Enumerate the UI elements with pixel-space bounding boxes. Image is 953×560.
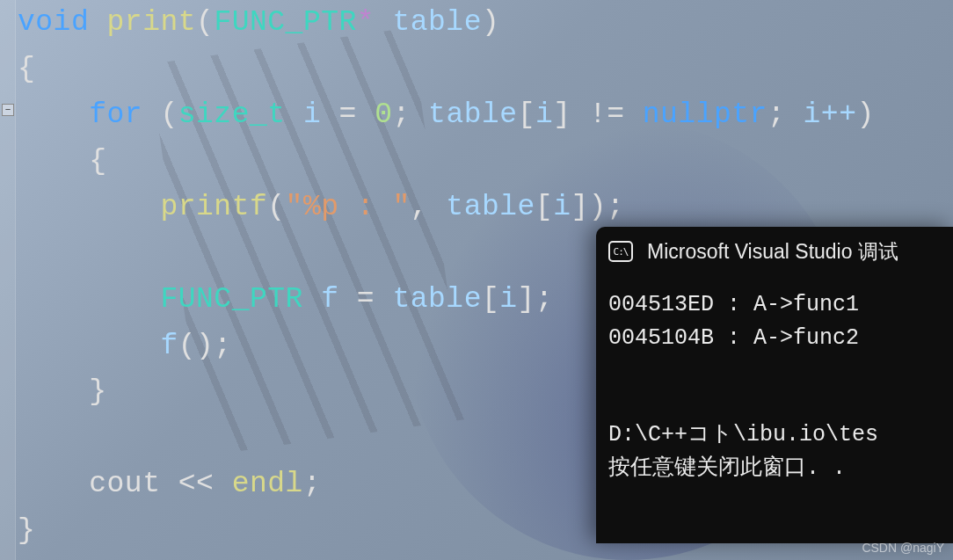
arr-table: table bbox=[392, 283, 482, 316]
op-eq: = bbox=[339, 98, 357, 131]
ident-endl: endl bbox=[232, 468, 303, 500]
console-line: 0045104B : A->func2 bbox=[608, 322, 941, 355]
console-line-press: 按任意键关闭此窗口. . bbox=[608, 452, 941, 485]
pointer-star: * bbox=[357, 6, 375, 39]
console-titlebar[interactable]: C:\ Microsoft Visual Studio 调试 bbox=[596, 227, 953, 276]
param-name: table bbox=[392, 6, 482, 39]
op-ne: != bbox=[589, 98, 625, 131]
idx-i: i bbox=[553, 191, 571, 223]
op-eq: = bbox=[357, 283, 375, 316]
arr-table: table bbox=[446, 191, 535, 223]
keyword-nullptr: nullptr bbox=[643, 98, 767, 131]
cmd-icon: C:\ bbox=[608, 241, 633, 262]
open-brace: { bbox=[89, 145, 106, 178]
func-name: print bbox=[107, 6, 197, 39]
type-funcptr: FUNC_PTR bbox=[160, 283, 302, 316]
idx-i: i bbox=[499, 283, 517, 316]
type-name: FUNC_PTR bbox=[214, 6, 356, 39]
op-shl: << bbox=[178, 468, 215, 500]
console-output[interactable]: 004513ED : A->func10045104B : A->func2D:… bbox=[596, 276, 953, 485]
close-brace: } bbox=[89, 375, 106, 408]
string-literal: "%p : " bbox=[286, 191, 411, 223]
console-line: 004513ED : A->func1 bbox=[608, 288, 941, 322]
console-line-path: D:\C++コト\ibu.io\tes bbox=[608, 418, 941, 452]
keyword-void: void bbox=[18, 6, 89, 39]
watermark-text: CSDN @nagiY bbox=[862, 541, 944, 555]
ident-cout: cout bbox=[89, 468, 160, 500]
arr-table: table bbox=[428, 98, 518, 131]
close-brace: } bbox=[18, 514, 35, 547]
console-title: Microsoft Visual Studio 调试 bbox=[647, 238, 898, 265]
keyword-for: for bbox=[89, 98, 142, 131]
type-sizet: size_t bbox=[178, 98, 286, 131]
inc-expr: i++ bbox=[804, 98, 857, 131]
debug-console-window[interactable]: C:\ Microsoft Visual Studio 调试 004513ED … bbox=[596, 227, 953, 543]
fold-toggle-icon[interactable]: − bbox=[2, 104, 14, 116]
var-f-call: f bbox=[160, 330, 178, 362]
var-i: i bbox=[303, 98, 321, 131]
num-zero: 0 bbox=[375, 98, 392, 131]
editor-gutter: − bbox=[0, 0, 16, 560]
idx-i: i bbox=[535, 98, 553, 131]
func-printf: printf bbox=[160, 191, 267, 223]
var-f: f bbox=[321, 283, 338, 316]
open-brace: { bbox=[18, 53, 35, 85]
